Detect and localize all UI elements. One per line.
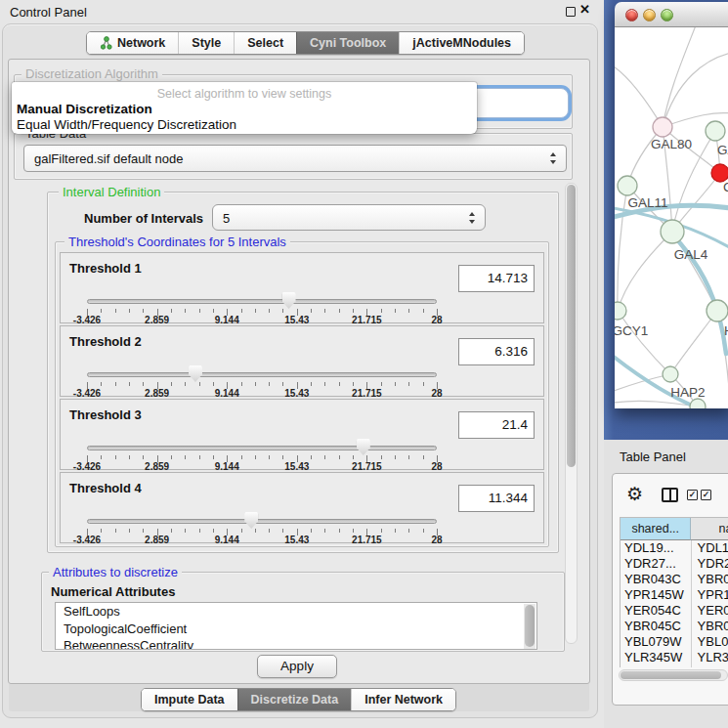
main-scrollbar-track[interactable] xyxy=(565,183,578,644)
tab-label: Select xyxy=(247,36,283,50)
tab-network[interactable]: Network xyxy=(87,32,178,54)
slider-thumb[interactable] xyxy=(282,292,296,309)
table-data-combobox[interactable]: galFiltered.sif default node xyxy=(23,145,567,172)
network-window-titlebar[interactable] xyxy=(615,2,728,27)
checkbox-icon[interactable]: ✓ xyxy=(701,490,711,500)
numerical-attributes-list[interactable]: SelfLoopsTopologicalCoefficientBetweenne… xyxy=(55,602,537,650)
threshold-label: Threshold 1 xyxy=(69,261,142,276)
threshold-value-field[interactable]: 14.713 xyxy=(458,265,535,292)
table-row[interactable]: YIL052CYIL0 xyxy=(621,665,728,667)
slider-thumb[interactable] xyxy=(357,439,370,455)
table-cell[interactable]: YBR045C xyxy=(621,619,692,634)
number-of-intervals-value: 5 xyxy=(223,210,230,225)
table-cell[interactable]: YDR2 xyxy=(692,556,728,572)
attributes-scrollbar-thumb[interactable] xyxy=(525,605,535,647)
threshold-label: Threshold 3 xyxy=(69,407,142,422)
clipped-node-2[interactable] xyxy=(707,300,728,321)
HAP2-node[interactable] xyxy=(663,366,678,382)
threshold-value-field[interactable]: 21.4 xyxy=(458,411,535,439)
table-cell[interactable]: YIL0 xyxy=(692,665,728,667)
table-cell[interactable]: YLR3 xyxy=(692,650,728,665)
GCY1-node[interactable] xyxy=(615,302,626,320)
clipped-node-1[interactable] xyxy=(706,121,725,141)
table-cell[interactable]: YBR043C xyxy=(621,572,692,587)
slider-track[interactable] xyxy=(87,372,437,377)
gear-icon[interactable]: ⚙ xyxy=(626,485,643,503)
tab-style[interactable]: Style xyxy=(178,32,234,54)
main-scrollbar-thumb[interactable] xyxy=(567,185,576,467)
table-cell[interactable]: YBL079W xyxy=(621,634,692,650)
edge[interactable] xyxy=(618,232,672,311)
table-cell[interactable]: YPR1 xyxy=(692,587,728,603)
table-hscrollbar-track[interactable] xyxy=(619,669,728,681)
edge[interactable] xyxy=(618,186,627,311)
table-row[interactable]: YER054CYER0 xyxy=(621,603,728,619)
edge[interactable] xyxy=(670,311,717,374)
tab-select[interactable]: Select xyxy=(234,32,296,54)
tab-impute-data[interactable]: Impute Data xyxy=(142,689,237,710)
threshold-value-field[interactable]: 11.344 xyxy=(458,485,535,512)
table-panel-body: ⚙ ✓ ✓ shared...na YDL19...YDL1YDR27...YD… xyxy=(612,473,728,706)
split-columns-icon[interactable] xyxy=(662,488,678,502)
table-cell[interactable]: YER0 xyxy=(692,603,728,619)
slider-thumb[interactable] xyxy=(189,365,202,382)
tab-infer-network[interactable]: Infer Network xyxy=(351,689,455,710)
node-label: GA xyxy=(717,143,728,157)
popup-option-equal-width[interactable]: Equal Width/Frequency Discretization xyxy=(15,117,238,132)
table-cell[interactable]: YDL19... xyxy=(621,540,692,556)
node-label: HAP2 xyxy=(670,385,705,400)
network-window: GAL80GACGAL11GAL4GCY1HHAP2 xyxy=(615,2,728,408)
popup-option-manual[interactable]: Manual Discretization xyxy=(15,102,154,116)
slider-track[interactable] xyxy=(87,446,437,450)
table-cell[interactable]: YPR145W xyxy=(621,587,692,603)
slider-track[interactable] xyxy=(87,519,437,524)
table-row[interactable]: YLR345WYLR3 xyxy=(621,650,728,665)
close-icon[interactable]: ✕ xyxy=(579,2,590,17)
GAL4-node[interactable] xyxy=(661,220,684,243)
attributes-scrollbar-track[interactable] xyxy=(524,604,535,649)
zoom-traffic-light[interactable] xyxy=(661,9,673,21)
column-header-2[interactable]: na xyxy=(691,518,728,540)
tab-cyni-toolbox[interactable]: Cyni Toolbox xyxy=(296,32,399,54)
minimize-traffic-light[interactable] xyxy=(643,9,656,21)
table-cell[interactable]: YLR345W xyxy=(621,650,692,665)
slider-track[interactable] xyxy=(87,299,437,304)
tab-jactivemnodules[interactable]: jActiveMNodules xyxy=(399,32,524,54)
number-of-intervals-combobox[interactable]: 5 xyxy=(212,204,486,231)
tab-discretize-data[interactable]: Discretize Data xyxy=(237,689,352,710)
threshold-4-panel: Threshold 4-3.4262.8599.14415.4321.71528… xyxy=(60,472,544,543)
attribute-list-item[interactable]: BetweennessCentrality xyxy=(56,637,536,650)
table-row[interactable]: YBR043CYBR0 xyxy=(621,572,728,587)
attribute-list-item[interactable]: TopologicalCoefficient xyxy=(56,621,536,638)
node-label: C xyxy=(723,180,728,194)
table-row[interactable]: YBL079WYBL0 xyxy=(621,634,728,650)
network-canvas[interactable]: GAL80GACGAL11GAL4GCY1HHAP2 xyxy=(615,27,728,408)
table-row[interactable]: YDR27...YDR2 xyxy=(621,556,728,572)
highlighted-edge[interactable] xyxy=(615,357,702,408)
table-row[interactable]: YBR045CYBR0 xyxy=(621,619,728,634)
number-of-intervals-label: Number of Intervals xyxy=(84,211,203,226)
close-traffic-light[interactable] xyxy=(625,9,638,21)
slider-thumb[interactable] xyxy=(244,512,258,529)
table-cell[interactable]: YBR0 xyxy=(692,572,728,587)
column-header-1[interactable]: shared... xyxy=(621,518,691,540)
node-label: GCY1 xyxy=(615,323,648,338)
table-cell[interactable]: YDR27... xyxy=(621,556,692,572)
table-cell[interactable]: YIL052C xyxy=(621,665,692,667)
edge[interactable] xyxy=(615,66,663,127)
table-row[interactable]: YPR145WYPR1 xyxy=(621,587,728,603)
table-cell[interactable]: YER054C xyxy=(621,603,692,619)
GAL11-node[interactable] xyxy=(618,176,637,195)
checkbox-icon[interactable]: ✓ xyxy=(687,490,698,500)
table-cell[interactable]: YBL0 xyxy=(692,634,728,650)
table-cell[interactable]: YBR0 xyxy=(692,619,728,634)
apply-button[interactable]: Apply xyxy=(257,655,337,678)
table-cell[interactable]: YDL1 xyxy=(692,540,728,556)
GAL80-node[interactable] xyxy=(653,117,672,137)
float-window-icon[interactable] xyxy=(566,7,576,17)
table-hscrollbar-thumb[interactable] xyxy=(621,671,721,679)
attribute-list-item[interactable]: SelfLoops xyxy=(56,603,536,621)
table-row[interactable]: YDL19...YDL1 xyxy=(621,540,728,556)
clipped-node-3[interactable] xyxy=(690,399,706,408)
threshold-value-field[interactable]: 6.316 xyxy=(458,338,535,365)
